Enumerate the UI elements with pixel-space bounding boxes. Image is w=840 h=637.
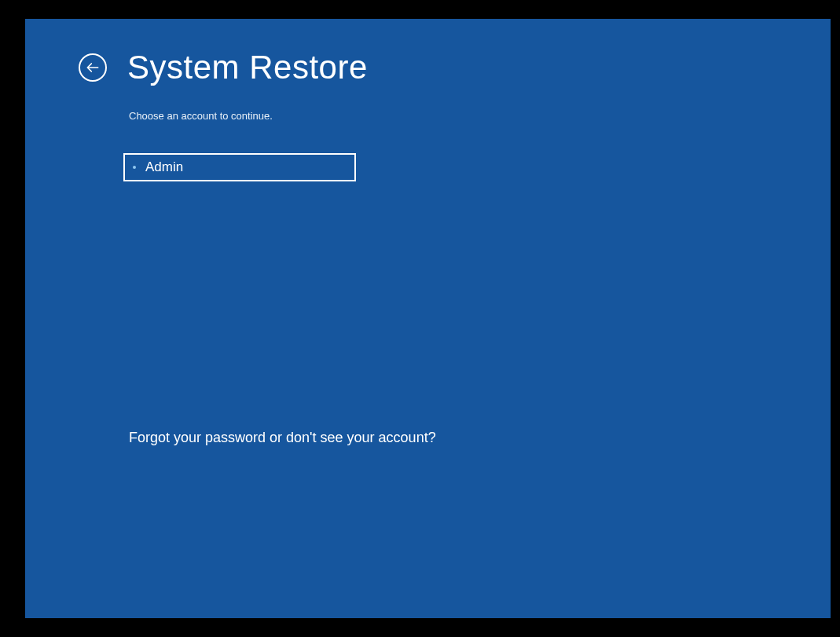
page-title: System Restore: [127, 49, 368, 86]
account-list: Admin: [123, 153, 831, 181]
header: System Restore: [25, 19, 831, 86]
account-item-admin[interactable]: Admin: [123, 153, 356, 181]
back-button[interactable]: [79, 53, 107, 82]
forgot-password-link[interactable]: Forgot your password or don't see your a…: [129, 430, 436, 446]
back-arrow-icon: [85, 60, 101, 75]
page-subtitle: Choose an account to continue.: [129, 110, 831, 122]
account-name: Admin: [145, 159, 183, 175]
system-restore-window: System Restore Choose an account to cont…: [25, 19, 831, 618]
bullet-icon: [133, 166, 136, 169]
